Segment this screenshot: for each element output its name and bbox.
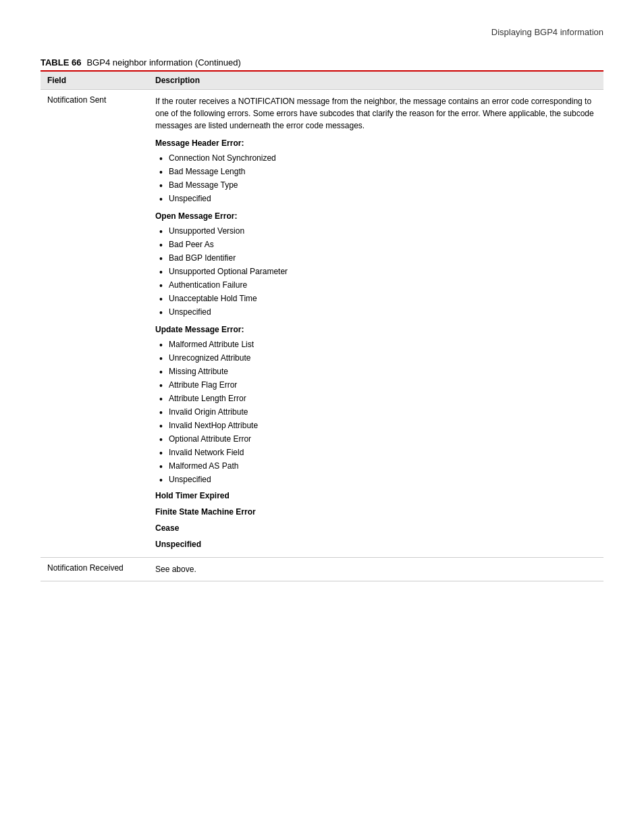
list-item: Unsupported Version <box>155 225 597 237</box>
list-item: Invalid Network Field <box>155 446 597 459</box>
table-row: Notification Sent If the router receives… <box>41 90 603 558</box>
list-item: Invalid NextHop Attribute <box>155 419 597 432</box>
list-item: Authentication Failure <box>155 279 597 291</box>
open-message-error-list: Unsupported Version Bad Peer As Bad BGP … <box>155 225 597 318</box>
list-item: Bad Message Length <box>155 165 597 178</box>
page-content: TABLE 66 BGP4 neighbor information (Cont… <box>0 51 644 608</box>
list-item: Unspecified <box>155 192 597 205</box>
page-title: Displaying BGP4 information <box>491 27 603 37</box>
table-row: Notification Received See above. <box>41 558 603 581</box>
list-item: Missing Attribute <box>155 365 597 377</box>
footer-hold-timer: Hold Timer Expired <box>155 490 597 502</box>
description-cell-simple: See above. <box>149 558 603 581</box>
list-item: Unspecified <box>155 473 597 486</box>
page-header: Displaying BGP4 information <box>0 0 644 51</box>
list-item: Bad BGP Identifier <box>155 252 597 264</box>
list-item: Bad Message Type <box>155 179 597 191</box>
list-item: Malformed Attribute List <box>155 338 597 350</box>
list-item: Connection Not Synchronized <box>155 152 597 164</box>
list-item: Optional Attribute Error <box>155 433 597 445</box>
section-header-open: Open Message Error: <box>155 210 597 222</box>
list-item: Invalid Origin Attribute <box>155 406 597 418</box>
field-cell: Notification Sent <box>41 90 149 558</box>
field-cell: Notification Received <box>41 558 149 581</box>
table-title: BGP4 neighbor information (Continued) <box>86 57 240 68</box>
table-label: TABLE 66 <box>41 57 81 68</box>
message-header-error-list: Connection Not Synchronized Bad Message … <box>155 152 597 205</box>
column-header-field: Field <box>41 71 149 90</box>
main-table: Field Description Notification Sent If t… <box>41 70 603 581</box>
footer-cease: Cease <box>155 522 597 534</box>
table-title-row: TABLE 66 BGP4 neighbor information (Cont… <box>41 57 603 70</box>
section-header-message: Message Header Error: <box>155 137 597 149</box>
list-item: Unsupported Optional Parameter <box>155 265 597 278</box>
column-header-description: Description <box>149 71 603 90</box>
list-item: Malformed AS Path <box>155 460 597 472</box>
list-item: Bad Peer As <box>155 238 597 251</box>
description-intro: If the router receives a NOTIFICATION me… <box>155 95 597 132</box>
footer-finite-state: Finite State Machine Error <box>155 506 597 518</box>
list-item: Unrecognized Attribute <box>155 352 597 364</box>
list-item: Unspecified <box>155 306 597 318</box>
list-item: Unacceptable Hold Time <box>155 292 597 305</box>
footer-unspecified: Unspecified <box>155 538 597 550</box>
section-header-update: Update Message Error: <box>155 323 597 336</box>
list-item: Attribute Length Error <box>155 392 597 405</box>
update-message-error-list: Malformed Attribute List Unrecognized At… <box>155 338 597 486</box>
description-cell: If the router receives a NOTIFICATION me… <box>149 90 603 558</box>
table-header-row: Field Description <box>41 71 603 90</box>
list-item: Attribute Flag Error <box>155 379 597 391</box>
